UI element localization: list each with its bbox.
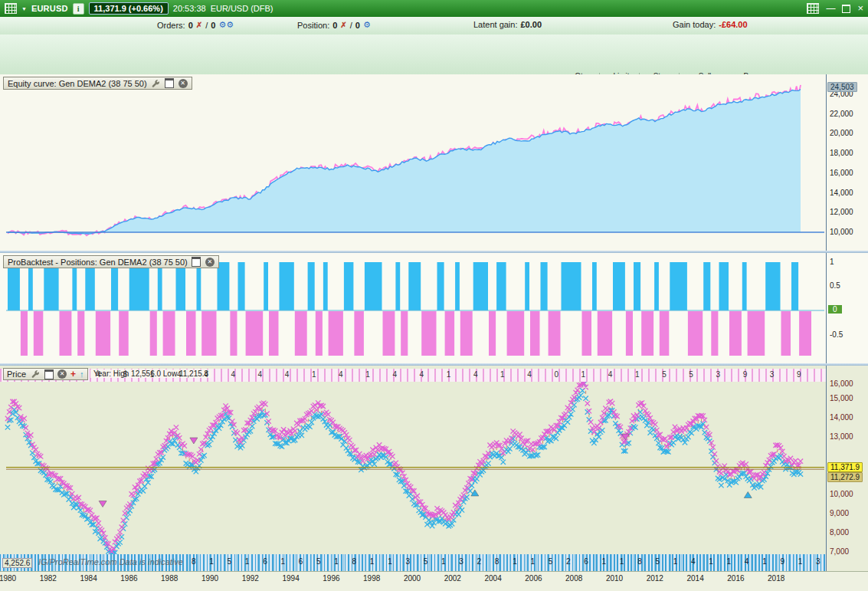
positions-panel-header: ProBacktest - Positions: Gen DEMA2 (38 7…	[3, 255, 219, 268]
year-strip-number: 1	[150, 370, 155, 379]
app-menu-icon[interactable]	[5, 3, 17, 14]
position-label: Position:	[297, 21, 329, 30]
close-button[interactable]: ×	[857, 4, 863, 13]
time-axis-year-label: 2010	[606, 574, 623, 583]
equity-detach-button[interactable]	[165, 78, 175, 88]
year-strip-number: 4	[473, 370, 478, 379]
position-total-count: 0	[355, 21, 360, 30]
volume-strip-number: 5	[655, 557, 660, 566]
orders-label: Orders:	[157, 21, 185, 30]
orders-total-count: 0	[211, 21, 215, 30]
volume-strip-number: 4	[691, 557, 696, 566]
position-settings-icon[interactable]: ⚙	[363, 20, 371, 30]
year-strip-number: 5	[123, 370, 128, 379]
window-icon	[44, 369, 54, 379]
volume-strip-number: 1	[388, 557, 392, 566]
volume-strip-number: 2	[477, 557, 482, 566]
year-strip-number: 5	[689, 370, 693, 379]
volume-strip-number: 6	[263, 557, 267, 566]
volume-strip-number: 8	[495, 557, 500, 566]
equity-settings-button[interactable]	[151, 78, 161, 88]
time-axis-year-label: 2000	[404, 574, 421, 583]
orders-settings-icon[interactable]: ⚙⚙	[218, 20, 234, 30]
year-strip-number: 4	[177, 370, 182, 379]
volume-strip-number: 1	[727, 557, 732, 566]
clock-label: 20:53:38	[173, 4, 206, 13]
time-axis-year-label: 2002	[444, 574, 461, 583]
time-axis-year-label: 1998	[363, 574, 380, 583]
volume-strip-number: 1	[798, 557, 803, 566]
volume-strip-number: 9	[780, 557, 784, 566]
volume-strip-number: 8	[192, 557, 196, 566]
time-axis-year-label: 2004	[484, 574, 501, 583]
panel-splitter-1[interactable]	[0, 251, 868, 253]
price-panel-header: Price ✕ + ↑	[3, 368, 88, 380]
volume-strip-number: 5	[424, 557, 428, 566]
year-strip-number: 4	[420, 370, 424, 379]
year-strip-number: 9	[797, 370, 801, 379]
volume-low-label: 4,252.6	[2, 558, 32, 568]
volume-strip-number: 1	[620, 557, 624, 566]
volume-strip-number: 1	[709, 557, 713, 566]
positions-detach-button[interactable]	[192, 257, 201, 267]
volume-strip-number: 1	[762, 557, 767, 566]
titlebar-price-badge: 11,371.9 (+0.66%)	[89, 2, 169, 15]
volume-strip-number: 1	[441, 557, 446, 566]
year-strip-number: 4	[258, 370, 263, 379]
price-panel-title: Price	[7, 369, 26, 379]
info-button[interactable]: i	[73, 3, 84, 15]
positions-close-button[interactable]: ✕	[205, 258, 215, 267]
symbol-label[interactable]: EURUSD	[31, 4, 68, 13]
time-axis[interactable]: 1980198219841986198819901992199419961998…	[0, 571, 868, 591]
year-strip-number: 4	[204, 370, 208, 379]
volume-strip-number: 6	[299, 557, 303, 566]
volume-strip-number: 1	[334, 557, 339, 566]
feed-label: EUR/USD (DFB)	[211, 4, 274, 13]
cancel-orders-icon[interactable]: ✗	[196, 21, 202, 29]
volume-strip-number: 5	[549, 557, 553, 566]
year-strip-number: 1	[312, 370, 316, 379]
price-chart[interactable]	[0, 382, 826, 554]
add-indicator-icon[interactable]: +	[70, 369, 76, 379]
symbol-dropdown-icon[interactable]: ▼	[21, 6, 27, 11]
orders-slash: /	[205, 21, 208, 30]
maximize-button[interactable]	[842, 5, 850, 13]
year-strip-number: 0	[554, 370, 558, 379]
volume-strip-number: 1	[370, 557, 375, 566]
price-settings-button[interactable]	[30, 369, 40, 379]
volume-strip-number: 3	[816, 557, 821, 566]
volume-strip-number: 3	[405, 557, 410, 566]
equity-panel-title: Equity curve: Gen DEMA2 (38 75 50)	[8, 79, 147, 88]
time-axis-year-label: 2018	[768, 574, 784, 583]
year-strip-number: 4	[285, 370, 290, 379]
equity-close-button[interactable]: ✕	[179, 79, 188, 88]
year-strip-number: 5	[662, 370, 667, 379]
year-strip-number: 9	[743, 370, 748, 379]
year-strip-number: 3	[716, 370, 720, 379]
volume-strip-number: 8	[352, 557, 357, 566]
volume-strip-number: 1	[602, 557, 607, 566]
workspace-grid-icon[interactable]	[807, 3, 819, 14]
positions-chart[interactable]	[0, 253, 826, 366]
price-detach-button[interactable]	[44, 369, 54, 379]
volume-strip-number: 1	[673, 557, 678, 566]
panel-splitter-2[interactable]	[0, 363, 868, 366]
orders-open-count: 0	[188, 21, 193, 30]
year-strip-number: 4	[527, 370, 532, 379]
title-bar: ▼ EURUSD i 11,371.9 (+0.66%) 20:53:38 EU…	[0, 0, 868, 17]
position-open-count: 0	[332, 21, 337, 30]
expand-up-icon[interactable]: ↑	[80, 369, 84, 379]
close-position-icon[interactable]: ✗	[340, 21, 346, 29]
year-strip-number: 4	[97, 370, 101, 379]
control-bar: ▲▼ (x) units ▼ Daily ▼ ▼ ▶ Qty Limit ↑ ↓	[0, 34, 868, 75]
time-axis-year-label: 2006	[525, 574, 542, 583]
gain-today-label: Gain today:	[673, 20, 716, 29]
equity-chart[interactable]	[0, 74, 826, 253]
year-strip-number: 1	[365, 370, 370, 379]
volume-strip-number: 1	[245, 557, 250, 566]
year-strip-number: 1	[581, 370, 586, 379]
price-close-button[interactable]: ✕	[57, 369, 67, 379]
minimize-button[interactable]: —	[826, 4, 835, 13]
watermark: IG/ProRealTime.com Data is indicative	[38, 557, 183, 566]
volume-strip-number: 6	[584, 557, 588, 566]
